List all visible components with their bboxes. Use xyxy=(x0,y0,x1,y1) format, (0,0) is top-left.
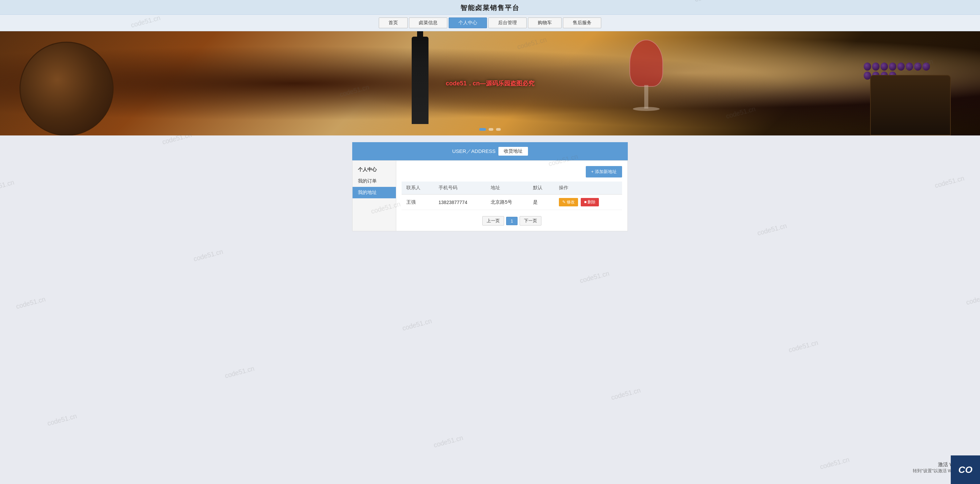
wine-glass-stem xyxy=(644,85,648,108)
table-header-row: 联系人 手机号码 地址 默认 操作 xyxy=(402,182,622,194)
grape xyxy=(864,62,871,71)
breadcrumb-user: USER／ADDRESS xyxy=(452,148,495,154)
cell-default: 是 xyxy=(528,194,554,210)
address-table: 联系人 手机号码 地址 默认 操作 王强 13823877774 北京路5号 是 xyxy=(402,182,622,210)
pagination: 上一页 1 下一页 xyxy=(402,216,622,226)
col-header-action: 操作 xyxy=(554,182,622,194)
page-1-button[interactable]: 1 xyxy=(506,217,517,225)
col-header-address: 地址 xyxy=(486,182,528,194)
cell-actions: ✎ 修改 ■ 删除 xyxy=(554,194,622,210)
grape xyxy=(897,62,905,71)
nav-aftersale[interactable]: 售后服务 xyxy=(563,18,601,28)
nav-personal[interactable]: 个人中心 xyxy=(449,18,487,28)
grape xyxy=(881,62,888,71)
carousel-dot-1[interactable] xyxy=(479,128,486,131)
site-header: 智能卤菜销售平台 xyxy=(0,0,980,15)
add-btn-row: + 添加新地址 xyxy=(402,166,622,177)
breadcrumb-current: 收货地址 xyxy=(498,147,528,156)
cell-address: 北京路5号 xyxy=(486,194,528,210)
col-header-phone: 手机号码 xyxy=(434,182,486,194)
carousel-dot-2[interactable] xyxy=(488,128,493,131)
nav-home[interactable]: 首页 xyxy=(379,18,408,28)
right-panel: + 添加新地址 联系人 手机号码 地址 默认 操作 王强 13823 xyxy=(396,161,627,231)
barrel-decoration xyxy=(19,42,114,135)
col-header-default: 默认 xyxy=(528,182,554,194)
delete-address-button[interactable]: ■ 删除 xyxy=(581,198,599,206)
add-address-button[interactable]: + 添加新地址 xyxy=(586,166,622,177)
cell-name: 王强 xyxy=(402,194,434,210)
grape xyxy=(889,62,896,71)
sidebar: 个人中心 我的订单 我的地址 xyxy=(353,161,396,231)
table-row: 王强 13823877774 北京路5号 是 ✎ 修改 ■ 删除 xyxy=(402,194,622,210)
main-content: USER／ADDRESS 收货地址 个人中心 我的订单 我的地址 + 添加新地址… xyxy=(352,135,628,245)
hero-banner: code51．cn—源码乐园盗图必究 xyxy=(0,31,980,135)
navigation: 首页 卤菜信息 个人中心 后台管理 购物车 售后服务 xyxy=(0,15,980,31)
site-title: 智能卤菜销售平台 xyxy=(0,3,980,13)
sidebar-title: 个人中心 xyxy=(353,164,396,175)
sidebar-item-address[interactable]: 我的地址 xyxy=(353,187,396,198)
wine-glass-decoration xyxy=(626,40,667,120)
wine-glass-bowl xyxy=(630,40,663,87)
breadcrumb-panel: USER／ADDRESS 收货地址 xyxy=(352,142,628,160)
hero-watermark: code51．cn—源码乐园盗图必究 xyxy=(445,79,534,88)
edit-address-button[interactable]: ✎ 修改 xyxy=(559,198,578,206)
carousel-dot-3[interactable] xyxy=(496,128,501,131)
nav-lumei[interactable]: 卤菜信息 xyxy=(409,18,447,28)
col-header-name: 联系人 xyxy=(402,182,434,194)
cell-phone: 13823877774 xyxy=(434,194,486,210)
grape xyxy=(872,62,880,71)
grape xyxy=(923,62,930,71)
next-page-button[interactable]: 下一页 xyxy=(520,216,541,226)
co-badge: CO xyxy=(951,455,980,484)
basket-decoration xyxy=(870,75,951,135)
sidebar-item-orders[interactable]: 我的订单 xyxy=(353,175,396,187)
carousel-dots xyxy=(479,128,501,131)
nav-cart[interactable]: 购物车 xyxy=(528,18,562,28)
content-container: 个人中心 我的订单 我的地址 + 添加新地址 联系人 手机号码 地址 默认 操作 xyxy=(352,160,628,231)
grape xyxy=(914,62,921,71)
nav-admin[interactable]: 后台管理 xyxy=(488,18,527,28)
wine-bottle-decoration xyxy=(412,37,428,124)
prev-page-button[interactable]: 上一页 xyxy=(482,216,504,226)
wine-glass-base xyxy=(633,107,660,111)
grape xyxy=(906,62,913,71)
